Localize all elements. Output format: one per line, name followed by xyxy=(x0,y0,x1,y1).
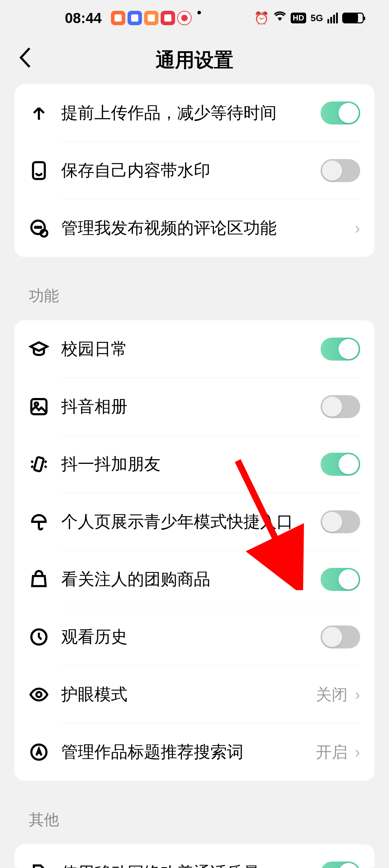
settings-card-other: 使用移动网络改善通话质量 xyxy=(14,844,375,868)
row-label: 管理我发布视频的评论区功能 xyxy=(61,217,355,239)
settings-row-watch-history[interactable]: 观看历史 xyxy=(14,608,375,666)
umbrella-icon xyxy=(29,512,49,532)
svg-point-10 xyxy=(36,692,41,697)
section-header-other: 其他 xyxy=(0,799,389,844)
toggle-shake[interactable] xyxy=(321,453,360,476)
chevron-right-icon: › xyxy=(355,686,360,704)
settings-row-eye-care[interactable]: 护眼模式 关闭 › xyxy=(14,666,375,723)
status-bar-right: ⏰ HD 5G xyxy=(254,10,364,26)
sim-icon xyxy=(29,863,49,868)
status-app-icons xyxy=(111,11,201,25)
row-label: 校园日常 xyxy=(61,338,321,360)
graduation-icon xyxy=(29,339,49,359)
status-app-icon xyxy=(111,11,125,25)
shake-icon xyxy=(29,454,49,474)
settings-row-watermark[interactable]: 保存自己内容带水印 xyxy=(14,142,375,199)
svg-point-7 xyxy=(35,402,38,406)
phone-icon xyxy=(29,161,49,181)
row-label: 提前上传作品，减少等待时间 xyxy=(61,102,321,124)
svg-point-5 xyxy=(41,230,48,237)
settings-row-campus[interactable]: 校园日常 xyxy=(14,320,375,378)
settings-card-upload: 提前上传作品，减少等待时间 保存自己内容带水印 管理我发布视频的评论区功能 › xyxy=(14,84,375,257)
svg-point-3 xyxy=(37,227,39,228)
status-more-dot xyxy=(197,11,201,14)
row-label: 个人页展示青少年模式快捷入口 xyxy=(61,511,321,533)
toggle-campus[interactable] xyxy=(321,338,360,361)
clock-icon xyxy=(29,627,49,647)
page-header: 通用设置 xyxy=(0,36,389,88)
svg-rect-8 xyxy=(34,457,44,472)
battery-icon xyxy=(342,13,364,23)
svg-rect-0 xyxy=(33,162,45,179)
settings-row-comments[interactable]: 管理我发布视频的评论区功能 › xyxy=(14,199,375,257)
svg-point-2 xyxy=(35,227,36,228)
status-bar-left: 08:44 xyxy=(65,10,201,26)
settings-row-search-words[interactable]: 管理作品标题推荐搜索词 开启 › xyxy=(14,723,375,781)
toggle-mobile-quality[interactable] xyxy=(321,862,360,868)
row-value: 关闭 xyxy=(316,684,348,705)
image-icon xyxy=(29,397,49,417)
signal-icon xyxy=(327,13,338,23)
status-app-icon xyxy=(177,11,192,25)
section-header-functions: 功能 xyxy=(0,275,389,320)
row-label: 使用移动网络改善通话质量 xyxy=(61,862,321,868)
settings-row-album[interactable]: 抖音相册 xyxy=(14,378,375,435)
toggle-album[interactable] xyxy=(321,395,360,418)
row-label: 看关注人的团购商品 xyxy=(61,568,321,591)
wifi-icon xyxy=(273,10,286,26)
toggle-teen-shortcut[interactable] xyxy=(321,510,360,533)
row-label: 观看历史 xyxy=(61,626,321,648)
settings-row-group-buy[interactable]: 看关注人的团购商品 xyxy=(14,551,375,608)
row-label: 管理作品标题推荐搜索词 xyxy=(61,741,316,763)
status-time: 08:44 xyxy=(65,10,102,26)
row-label: 护眼模式 xyxy=(61,683,316,706)
chevron-right-icon: › xyxy=(355,743,360,761)
toggle-watch-history[interactable] xyxy=(321,625,360,648)
row-value: 开启 xyxy=(316,742,348,763)
status-app-icon xyxy=(161,11,175,25)
eye-icon xyxy=(29,684,49,705)
hd-badge: HD xyxy=(291,13,307,23)
chevron-right-icon: › xyxy=(355,219,360,237)
status-app-icon xyxy=(128,11,142,25)
row-label: 保存自己内容带水印 xyxy=(61,159,321,182)
settings-card-functions: 校园日常 抖音相册 抖一抖加朋友 个人页展示青少年模式快捷入口 看关注人的团购商… xyxy=(14,320,375,781)
status-app-icon xyxy=(144,11,158,25)
toggle-preupload[interactable] xyxy=(321,101,360,125)
toggle-group-buy[interactable] xyxy=(321,568,360,591)
status-bar: 08:44 ⏰ HD 5G xyxy=(0,0,389,36)
chat-settings-icon xyxy=(29,218,49,238)
page-title: 通用设置 xyxy=(156,47,233,73)
row-label: 抖音相册 xyxy=(61,395,321,418)
settings-row-mobile-quality[interactable]: 使用移动网络改善通话质量 xyxy=(14,844,375,868)
network-type: 5G xyxy=(310,13,323,24)
svg-rect-6 xyxy=(31,399,46,414)
bag-icon xyxy=(29,569,49,589)
toggle-watermark[interactable] xyxy=(321,159,360,182)
back-button[interactable] xyxy=(18,47,32,73)
row-label: 抖一抖加朋友 xyxy=(61,453,321,475)
alarm-icon: ⏰ xyxy=(254,11,269,25)
settings-row-teen-shortcut[interactable]: 个人页展示青少年模式快捷入口 xyxy=(14,493,375,551)
a-circle-icon xyxy=(29,742,49,762)
svg-point-4 xyxy=(40,227,41,228)
upload-icon xyxy=(29,103,49,123)
settings-row-preupload[interactable]: 提前上传作品，减少等待时间 xyxy=(14,84,375,142)
settings-row-shake[interactable]: 抖一抖加朋友 xyxy=(14,435,375,493)
